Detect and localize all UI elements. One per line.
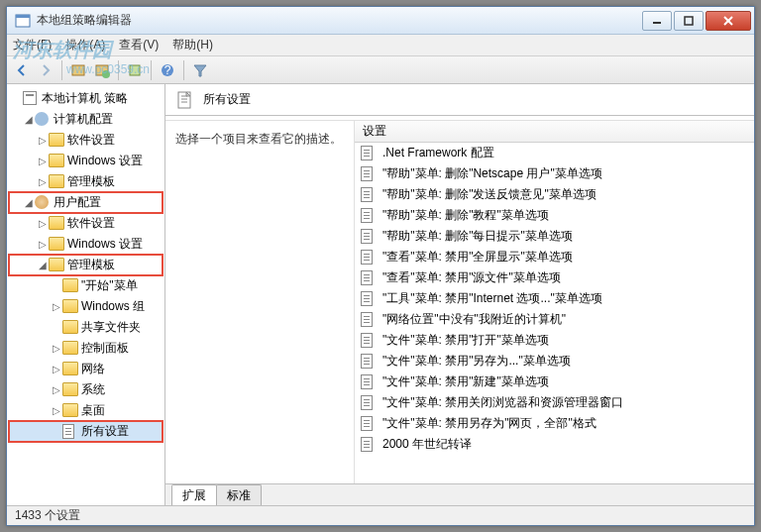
folder-icon (49, 154, 64, 169)
description-pane: 选择一个项目来查看它的描述。 (165, 121, 354, 483)
toolbar-btn-2[interactable] (91, 59, 113, 81)
menubar: 文件(F) 操作(A) 查看(V) 帮助(H) (7, 35, 754, 56)
maximize-button[interactable] (674, 11, 704, 31)
list-item[interactable]: "查看"菜单: 禁用"源文件"菜单选项 (355, 267, 754, 288)
details-body: 选择一个项目来查看它的描述。 设置 .Net Framework 配置 "帮助"… (165, 120, 754, 483)
toolbar-btn-3[interactable] (124, 59, 146, 81)
folder-icon (62, 278, 78, 294)
folder-icon (62, 362, 78, 377)
tree-start-menu[interactable]: "开始"菜单 (9, 275, 163, 296)
expand-icon[interactable]: ▷ (51, 405, 62, 416)
user-icon (35, 195, 51, 211)
list-scroll[interactable]: .Net Framework 配置 "帮助"菜单: 删除"Netscape 用户… (355, 143, 754, 483)
setting-icon (361, 437, 377, 453)
tabs: 扩展 标准 (165, 483, 754, 505)
tree-comp-admin[interactable]: ▷管理模板 (9, 171, 163, 192)
titlebar: 本地组策略编辑器 (7, 7, 754, 35)
paper-icon (175, 90, 195, 110)
list-item[interactable]: 2000 年世纪转译 (355, 434, 754, 455)
gpedit-window: 本地组策略编辑器 文件(F) 操作(A) 查看(V) 帮助(H) ? 河东软件园… (6, 6, 755, 526)
tree-user-windows[interactable]: ▷Windows 设置 (9, 234, 163, 255)
setting-icon (361, 416, 377, 432)
setting-icon (361, 374, 377, 390)
list-item[interactable]: "帮助"菜单: 删除"发送反馈意见"菜单选项 (355, 184, 754, 205)
expand-icon[interactable]: ▷ (51, 301, 62, 312)
tree-user-software[interactable]: ▷软件设置 (9, 213, 163, 234)
setting-icon (361, 187, 377, 203)
list-item[interactable]: "工具"菜单: 禁用"Internet 选项..."菜单选项 (355, 288, 754, 309)
menu-action[interactable]: 操作(A) (65, 37, 105, 53)
close-button[interactable] (706, 11, 751, 31)
setting-icon (361, 354, 377, 370)
folder-icon (49, 258, 64, 273)
menu-file[interactable]: 文件(F) (13, 37, 52, 53)
list-item[interactable]: .Net Framework 配置 (355, 143, 754, 163)
folder-icon (49, 216, 64, 232)
list-item[interactable]: "文件"菜单: 禁用"另存为..."菜单选项 (355, 351, 754, 372)
tree-user-admin[interactable]: ◢管理模板 (9, 255, 163, 275)
expand-icon[interactable]: ▷ (37, 156, 49, 166)
menu-view[interactable]: 查看(V) (119, 37, 159, 53)
minimize-button[interactable] (642, 11, 672, 31)
expand-icon[interactable]: ▷ (37, 135, 49, 146)
setting-icon (361, 208, 377, 224)
folder-icon (62, 299, 78, 315)
list-item[interactable]: "帮助"菜单: 删除"每日提示"菜单选项 (355, 226, 754, 247)
status-text: 1433 个设置 (15, 507, 80, 524)
list-item[interactable]: "文件"菜单: 禁用"新建"菜单选项 (355, 372, 754, 392)
toolbar-separator (118, 60, 119, 80)
tree-system[interactable]: ▷系统 (9, 379, 163, 400)
list-item[interactable]: "帮助"菜单: 删除"Netscape 用户"菜单选项 (355, 163, 754, 184)
policy-icon (23, 91, 39, 107)
settings-list: 设置 .Net Framework 配置 "帮助"菜单: 删除"Netscape… (354, 121, 754, 483)
tab-extended[interactable]: 扩展 (171, 484, 217, 505)
tree-network[interactable]: ▷网络 (9, 359, 163, 379)
toolbar-separator (183, 60, 184, 80)
menu-help[interactable]: 帮助(H) (172, 37, 213, 53)
tree-user-config[interactable]: ◢用户配置 (9, 192, 163, 213)
toolbar-separator (151, 60, 152, 80)
setting-icon (361, 229, 377, 245)
expand-icon[interactable]: ▷ (37, 218, 49, 229)
forward-button[interactable] (35, 59, 56, 81)
tree-shared-folders[interactable]: 共享文件夹 (9, 317, 163, 338)
collapse-icon[interactable]: ◢ (23, 197, 35, 208)
tree-root[interactable]: 本地计算机 策略 (9, 88, 163, 109)
list-item[interactable]: "文件"菜单: 禁用"打开"菜单选项 (355, 330, 754, 351)
back-button[interactable] (11, 59, 33, 81)
tree-computer-config[interactable]: ◢计算机配置 (9, 109, 163, 130)
folder-icon (62, 403, 78, 419)
filter-button[interactable] (189, 59, 211, 81)
tree-comp-windows[interactable]: ▷Windows 设置 (9, 151, 163, 171)
folder-icon (62, 320, 78, 336)
setting-icon (361, 291, 377, 307)
collapse-icon[interactable]: ◢ (37, 260, 49, 270)
column-header-setting[interactable]: 设置 (355, 121, 754, 143)
paper-icon (62, 424, 78, 440)
expand-icon[interactable]: ▷ (51, 384, 62, 395)
expand-icon[interactable]: ▷ (37, 239, 49, 250)
list-item[interactable]: "文件"菜单: 禁用关闭浏览器和资源管理器窗口 (355, 392, 754, 413)
setting-icon (361, 166, 377, 182)
tree-desktop[interactable]: ▷桌面 (9, 400, 163, 421)
tree-comp-software[interactable]: ▷软件设置 (9, 130, 163, 151)
list-item[interactable]: "网络位置"中没有"我附近的计算机" (355, 309, 754, 330)
expand-icon[interactable]: ▷ (51, 343, 62, 354)
collapse-icon[interactable]: ◢ (23, 114, 35, 125)
folder-icon (49, 133, 64, 149)
list-item[interactable]: "查看"菜单: 禁用"全屏显示"菜单选项 (355, 247, 754, 267)
tree-all-settings[interactable]: 所有设置 (9, 421, 163, 442)
description-prompt: 选择一个项目来查看它的描述。 (175, 132, 342, 146)
tree-windows-comp[interactable]: ▷Windows 组 (9, 296, 163, 317)
tree-panel[interactable]: 本地计算机 策略 ◢计算机配置 ▷软件设置 ▷Windows 设置 ▷管理模板 … (7, 84, 165, 505)
tree-control-panel[interactable]: ▷控制面板 (9, 338, 163, 359)
toolbar-btn-1[interactable] (67, 59, 89, 81)
expand-icon[interactable]: ▷ (37, 176, 49, 187)
expand-icon[interactable]: ▷ (51, 364, 62, 374)
list-item[interactable]: "文件"菜单: 禁用另存为"网页，全部"格式 (355, 413, 754, 434)
tab-standard[interactable]: 标准 (216, 484, 262, 505)
help-button[interactable]: ? (157, 59, 178, 81)
content-area: 本地计算机 策略 ◢计算机配置 ▷软件设置 ▷Windows 设置 ▷管理模板 … (7, 84, 754, 505)
statusbar: 1433 个设置 (7, 505, 754, 525)
list-item[interactable]: "帮助"菜单: 删除"教程"菜单选项 (355, 205, 754, 226)
